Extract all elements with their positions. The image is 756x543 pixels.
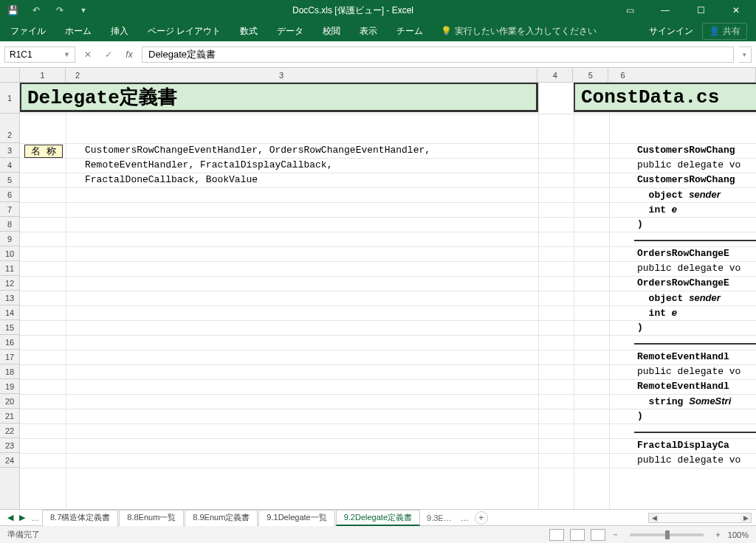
redo-icon[interactable]: ↷	[52, 2, 68, 18]
row-header[interactable]: 10	[0, 246, 19, 261]
code-line[interactable]: )	[637, 218, 643, 229]
row-header[interactable]: 21	[0, 409, 19, 423]
code-line[interactable]: FractalDisplayCa	[637, 440, 729, 451]
formula-expand-icon[interactable]: ▾	[738, 46, 752, 63]
tab-nav-prev-icon[interactable]: ◀	[4, 513, 16, 522]
zoom-level[interactable]: 100%	[728, 530, 749, 539]
row-header[interactable]: 19	[0, 379, 19, 394]
tell-me[interactable]: 実行したい作業を入力してください	[455, 25, 597, 38]
col-header[interactable]: 1	[20, 68, 66, 82]
code-line[interactable]: RemoteEventHandl	[637, 381, 729, 392]
tab-nav-more[interactable]: …	[28, 513, 42, 522]
row-header[interactable]: 16	[0, 335, 19, 350]
signin-link[interactable]: サインイン	[649, 25, 693, 38]
names-line[interactable]: FractalDoneCallback, BookValue	[85, 174, 258, 185]
chevron-down-icon[interactable]: ▼	[63, 51, 70, 58]
names-line[interactable]: RemoteEventHandler, FractalDisplayCallba…	[85, 159, 332, 170]
row-header[interactable]: 9	[0, 232, 19, 246]
tab-file[interactable]: ファイル	[9, 22, 47, 41]
save-icon[interactable]: 💾	[4, 2, 21, 18]
view-normal-icon[interactable]	[549, 529, 564, 541]
row-header[interactable]: 2	[0, 114, 19, 143]
maximize-button[interactable]: ☐	[685, 0, 716, 21]
tab-insert[interactable]: 挿入	[109, 22, 130, 41]
title-cell-right[interactable]: ConstData.cs	[574, 83, 756, 112]
code-line[interactable]: RemoteEventHandl	[637, 351, 729, 362]
code-line[interactable]: int e	[637, 307, 677, 319]
qat-customize-icon[interactable]: ▼	[75, 2, 92, 18]
tab-home[interactable]: ホーム	[63, 22, 93, 41]
row-header[interactable]: 7	[0, 202, 19, 217]
code-line[interactable]: CustomersRowChang	[637, 174, 735, 185]
col-header[interactable]: 5	[573, 68, 608, 82]
minimize-button[interactable]: —	[650, 0, 681, 21]
code-line[interactable]: public delegate vo	[637, 366, 740, 377]
fx-icon[interactable]: fx	[121, 46, 137, 63]
formula-input[interactable]: Delegate定義書	[142, 46, 734, 63]
row-header[interactable]: 6	[0, 187, 19, 202]
code-line[interactable]: public delegate vo	[637, 159, 740, 170]
code-line[interactable]: public delegate vo	[637, 263, 740, 274]
ribbon-display-icon[interactable]: ▭	[614, 0, 645, 21]
sheet-tab[interactable]: 8.7構造体定義書	[42, 510, 118, 526]
row-header[interactable]: 13	[0, 291, 19, 305]
tab-nav-next-icon[interactable]: ▶	[16, 513, 28, 522]
worksheet[interactable]: 1 23 4 5 6 1 2 3 4 5 6 7 8 9 10 11 12 13…	[0, 68, 756, 509]
row-header[interactable]: 17	[0, 350, 19, 364]
code-line[interactable]: object sender	[637, 292, 721, 304]
col-header[interactable]: 4	[537, 68, 573, 82]
view-page-layout-icon[interactable]	[570, 529, 585, 541]
row-header[interactable]: 5	[0, 173, 19, 187]
sheet-tab[interactable]: 8.8Enum一覧	[119, 510, 184, 526]
zoom-out-button[interactable]: －	[611, 529, 619, 540]
tab-view[interactable]: 表示	[358, 22, 379, 41]
zoom-in-button[interactable]: ＋	[714, 529, 722, 540]
add-sheet-button[interactable]: +	[475, 511, 488, 525]
code-line[interactable]: string SomeStri	[637, 395, 731, 407]
horizontal-scrollbar[interactable]: ◀ ▶	[648, 513, 752, 523]
code-line[interactable]: OrdersRowChangeE	[637, 248, 729, 259]
row-header[interactable]: 11	[0, 261, 19, 276]
share-button[interactable]: 👤 共有	[702, 23, 747, 40]
cancel-icon[interactable]: ✕	[80, 46, 96, 63]
code-line[interactable]: )	[637, 322, 643, 333]
row-header[interactable]: 4	[0, 158, 19, 173]
row-header[interactable]: 15	[0, 320, 19, 335]
row-header[interactable]: 8	[0, 217, 19, 232]
name-box[interactable]: R1C1 ▼	[4, 46, 75, 63]
undo-icon[interactable]: ↶	[28, 2, 44, 18]
row-header[interactable]: 12	[0, 276, 19, 291]
row-header[interactable]: 18	[0, 364, 19, 379]
close-button[interactable]: ✕	[721, 0, 752, 21]
title-cell-left[interactable]: Delegate定義書	[20, 83, 538, 112]
col-header[interactable]: 23	[66, 68, 537, 82]
sheet-tab[interactable]: 9.1Delegate一覧	[258, 510, 334, 526]
scroll-right-icon[interactable]: ▶	[740, 513, 751, 522]
tab-overflow[interactable]: 9.3E…	[421, 512, 458, 524]
tab-team[interactable]: チーム	[395, 22, 425, 41]
row-header[interactable]: 1	[0, 83, 19, 114]
scroll-left-icon[interactable]: ◀	[649, 513, 659, 522]
enter-icon[interactable]: ✓	[100, 46, 117, 63]
code-line[interactable]: OrdersRowChangeE	[637, 277, 729, 288]
view-page-break-icon[interactable]	[591, 529, 605, 541]
row-header[interactable]: 3	[0, 143, 19, 158]
code-line[interactable]: )	[637, 410, 643, 421]
label-name[interactable]: 名 称	[24, 145, 63, 158]
select-all-corner[interactable]	[0, 68, 20, 82]
names-line[interactable]: CustomersRowChangeEventHandler, OrdersRo…	[85, 145, 430, 156]
col-header[interactable]: 6	[608, 68, 756, 82]
row-header[interactable]: 20	[0, 394, 19, 409]
tab-data[interactable]: データ	[275, 22, 305, 41]
code-line[interactable]: public delegate vo	[637, 454, 740, 466]
tab-review[interactable]: 校閲	[321, 22, 342, 41]
code-line[interactable]: int e	[637, 204, 677, 215]
sheet-tab[interactable]: 9.2Delegate定義書	[336, 510, 420, 526]
row-header[interactable]: 14	[0, 305, 19, 320]
zoom-slider[interactable]	[630, 533, 704, 536]
tab-formulas[interactable]: 数式	[238, 22, 259, 41]
tab-page-layout[interactable]: ページ レイアウト	[146, 22, 222, 41]
sheet-tab[interactable]: 8.9Enum定義書	[185, 510, 258, 526]
row-header[interactable]: 23	[0, 438, 19, 453]
row-header[interactable]: 24	[0, 453, 19, 468]
